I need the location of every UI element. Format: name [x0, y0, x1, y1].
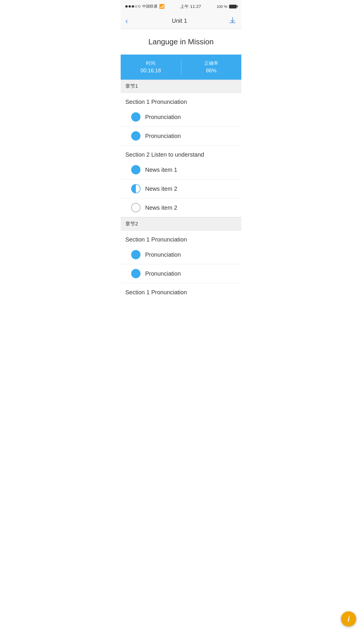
- status-icon-full: [131, 269, 140, 278]
- svg-rect-0: [230, 22, 236, 23]
- list-item[interactable]: Pronunciation: [121, 264, 241, 283]
- signal-dot-4: [135, 5, 137, 8]
- svg-rect-1: [232, 17, 233, 21]
- status-icon-full: [131, 112, 140, 122]
- status-icon-half: [131, 184, 140, 193]
- status-time: 上午 11:27: [180, 4, 201, 9]
- download-button[interactable]: [229, 16, 237, 26]
- item-text: Pronunciation: [145, 270, 181, 277]
- carrier-label: 中国联通: [142, 4, 157, 9]
- status-icon-full: [131, 250, 140, 259]
- nav-title: Unit 1: [172, 18, 187, 24]
- list-item[interactable]: News item 1: [121, 160, 241, 179]
- item-text: Pronunciation: [145, 251, 181, 258]
- time-value: 00:16:18: [140, 68, 161, 74]
- section-label-1: Section 1 Pronunciation: [121, 93, 241, 108]
- stat-accuracy: 正确率 86%: [181, 59, 242, 76]
- battery-icon: [229, 5, 237, 8]
- status-left: 中国联通 📶: [125, 4, 165, 9]
- time-label: 时间: [146, 60, 155, 66]
- battery-percentage: 100 %: [217, 4, 227, 9]
- signal-dot-1: [125, 5, 128, 8]
- item-text: News item 1: [145, 167, 177, 173]
- wifi-icon: 📶: [159, 4, 165, 9]
- section-label-2: Section 2 Listen to understand: [121, 146, 241, 160]
- section-label-3: Section 1 Pronunciation: [121, 230, 241, 245]
- accuracy-value: 86%: [206, 68, 217, 74]
- status-bar: 中国联通 📶 上午 11:27 100 %: [121, 0, 241, 13]
- stat-time: 时间 00:16:18: [121, 59, 181, 76]
- signal-dots: [125, 5, 140, 8]
- item-text: Pronunciation: [145, 114, 181, 120]
- item-text: News item 2: [145, 204, 177, 211]
- item-text: Pronunciation: [145, 133, 181, 139]
- chapter-header-2: 章节2: [121, 217, 241, 230]
- status-icon-empty: [131, 203, 140, 212]
- signal-dot-3: [132, 5, 134, 8]
- back-button[interactable]: ‹: [125, 15, 130, 27]
- list-item[interactable]: News item 2: [121, 179, 241, 198]
- list-item[interactable]: Pronunciation: [121, 108, 241, 127]
- chapter-header-1: 章节1: [121, 80, 241, 93]
- nav-bar: ‹ Unit 1: [121, 13, 241, 29]
- status-right: 100 %: [217, 4, 237, 9]
- status-icon-full: [131, 165, 140, 174]
- signal-dot-2: [129, 5, 131, 8]
- section-label-4: Section 1 Pronunciation: [121, 283, 241, 298]
- battery-fill: [229, 5, 236, 8]
- accuracy-label: 正确率: [204, 60, 218, 66]
- status-icon-full: [131, 131, 140, 141]
- page-title: Languge in Mission: [121, 29, 241, 55]
- signal-dot-5: [138, 5, 140, 8]
- stats-bar: 时间 00:16:18 正确率 86%: [121, 55, 241, 80]
- item-text: News item 2: [145, 186, 177, 192]
- list-item[interactable]: Pronunciation: [121, 245, 241, 264]
- list-item[interactable]: Pronunciation: [121, 127, 241, 146]
- list-item[interactable]: News item 2: [121, 198, 241, 217]
